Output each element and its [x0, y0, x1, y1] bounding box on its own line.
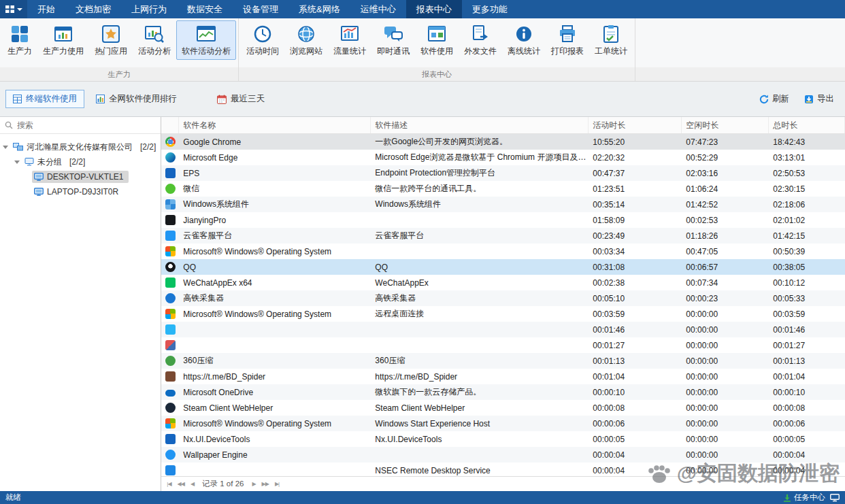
table-row[interactable]: Nx.UI.DeviceToolsNx.UI.DeviceTools00:00:…: [161, 431, 845, 447]
ribbon-button[interactable]: 外发文件: [459, 20, 502, 60]
main-menu-button[interactable]: [0, 0, 27, 18]
table-row[interactable]: Wallpaper Engine00:00:0400:00:0000:00:04: [161, 447, 845, 463]
file-send-icon: [470, 24, 491, 44]
offline-stats-icon: [514, 24, 534, 44]
table-row[interactable]: NSEC Remote Desktop Service00:00:0400:00…: [161, 463, 845, 476]
cell-idle-duration: 00:47:05: [682, 247, 769, 256]
cell-total-duration: 02:30:15: [769, 184, 845, 194]
task-center-button[interactable]: 任务中心: [783, 492, 825, 503]
tree-node-label: 未分组: [37, 156, 62, 168]
app-icon-cell: [161, 137, 179, 147]
tree-node-label: 河北瀚星辰文化传媒有限公司: [27, 141, 133, 153]
menu-item[interactable]: 上网行为: [121, 0, 177, 18]
table-row[interactable]: 高铁采集器高铁采集器00:05:1000:00:2300:05:33: [161, 290, 845, 306]
menu-item[interactable]: 更多功能: [462, 0, 518, 18]
date-filter-label: 最近三天: [231, 93, 265, 105]
cell-software-name: https://t.me/BD_Spider: [179, 372, 371, 382]
table-row[interactable]: Microsoft® Windows® Operating System远程桌面…: [161, 306, 845, 322]
export-button[interactable]: 导出: [804, 93, 834, 105]
app-icon-cell: [161, 246, 179, 256]
table-row[interactable]: Microsoft® Windows® Operating System00:0…: [161, 243, 845, 259]
prev-fast-button[interactable]: ◀◀: [178, 481, 184, 487]
tab-inactive[interactable]: 全网软件使用排行: [88, 90, 184, 108]
table-row[interactable]: 云雀客服平台云雀客服平台00:23:4901:18:2601:42:15: [161, 228, 845, 243]
ribbon-button[interactable]: 软件活动分析: [176, 20, 236, 60]
cell-active-duration: 00:00:04: [589, 450, 682, 460]
tab-active[interactable]: 终端软件使用: [5, 90, 84, 108]
ribbon-button-label: 软件使用: [420, 46, 453, 57]
tab-grid-icon: [13, 95, 22, 103]
prev-page-button[interactable]: ◀: [190, 481, 194, 487]
tree-expand-icon[interactable]: [14, 161, 20, 164]
menu-item[interactable]: 开始: [27, 0, 65, 18]
table-row[interactable]: Microsoft® Windows® Operating SystemWind…: [161, 416, 845, 431]
cell-software-name: 360压缩: [179, 355, 371, 367]
table-row[interactable]: 360压缩360压缩00:01:1300:00:0000:01:13: [161, 353, 845, 369]
menu-item[interactable]: 文档加密: [65, 0, 121, 18]
ribbon-button[interactable]: 离线统计: [502, 20, 546, 60]
ribbon-button[interactable]: 活动分析: [133, 20, 176, 60]
first-page-button[interactable]: |◀: [167, 481, 171, 487]
cell-software-desc: 云雀客服平台: [371, 230, 589, 241]
app-icon-cell: [161, 309, 179, 319]
menu-item[interactable]: 设备管理: [233, 0, 288, 18]
table-row[interactable]: QQQQ00:31:0800:06:5700:38:05: [161, 259, 845, 275]
table-row[interactable]: https://t.me/BD_Spiderhttps://t.me/BD_Sp…: [161, 369, 845, 384]
tree-expand-icon[interactable]: [3, 146, 8, 149]
cell-idle-duration: 00:07:34: [682, 278, 769, 288]
column-header[interactable]: 软件名称: [179, 117, 371, 133]
table-row[interactable]: Steam Client WebHelperSteam Client WebHe…: [161, 400, 845, 416]
ribbon-button[interactable]: 打印报表: [546, 20, 589, 60]
ribbon-button[interactable]: 热门应用: [89, 20, 133, 60]
ribbon-button[interactable]: 浏览网站: [284, 20, 328, 60]
column-header[interactable]: 总时长: [769, 117, 845, 133]
menu-item[interactable]: 数据安全: [177, 0, 233, 18]
column-header-icon: [161, 117, 179, 133]
tree-node-label: DESKTOP-VLKTLE1: [47, 172, 124, 182]
ribbon-button[interactable]: 即时通讯: [371, 20, 415, 60]
menu-item[interactable]: 运维中心: [350, 0, 406, 18]
ribbon-button-label: 即时通讯: [377, 46, 410, 57]
table-row[interactable]: WeChatAppEx x64WeChatAppEx00:02:3800:07:…: [161, 275, 845, 290]
last-page-button[interactable]: ▶|: [275, 481, 279, 487]
column-header[interactable]: 空闲时长: [682, 117, 769, 133]
menu-item[interactable]: 报表中心: [406, 0, 462, 18]
next-page-button[interactable]: ▶: [252, 481, 255, 487]
ribbon-button[interactable]: 流量统计: [328, 20, 371, 60]
app-icon-cell: [161, 356, 179, 366]
table-row[interactable]: EPSEndpoint Protection管理控制平台00:47:3702:0…: [161, 165, 845, 181]
productivity-icon: [10, 24, 30, 44]
status-bar-right: 任务中心: [783, 492, 840, 503]
tree-node[interactable]: 河北瀚星辰文化传媒有限公司[2/2]: [0, 139, 161, 154]
next-fast-button[interactable]: ▶▶: [262, 481, 269, 487]
menu-item[interactable]: 系统&网络: [288, 0, 350, 18]
table-row[interactable]: 00:01:4600:00:0000:01:46: [161, 322, 845, 337]
ribbon-button[interactable]: 生产力: [2, 20, 37, 60]
table-row[interactable]: Google Chrome一款Google公司开发的网页浏览器。10:55:20…: [161, 134, 845, 150]
table-row[interactable]: 00:01:2700:00:0000:01:27: [161, 337, 845, 353]
table-row[interactable]: Windows系统组件Windows系统组件00:35:1401:42:5202…: [161, 197, 845, 212]
tree-node[interactable]: 未分组[2/2]: [0, 154, 161, 169]
column-header[interactable]: 软件描述: [371, 117, 589, 133]
search-input[interactable]: [17, 120, 156, 130]
refresh-button[interactable]: 刷新: [759, 93, 789, 105]
ribbon-button[interactable]: 活动时间: [241, 20, 284, 60]
report-table-panel: 软件名称软件描述活动时长空闲时长总时长 Google Chrome一款Googl…: [161, 117, 845, 491]
ribbon-button[interactable]: 软件使用: [415, 20, 459, 60]
ribbon-button[interactable]: 生产力使用: [37, 20, 89, 60]
app-icon-cell: [161, 371, 179, 382]
pc-icon: [34, 188, 44, 196]
tree-node[interactable]: DESKTOP-VLKTLE1: [0, 169, 161, 184]
column-header[interactable]: 活动时长: [589, 117, 682, 133]
monitor-status-button[interactable]: [830, 494, 840, 502]
table-row[interactable]: Microsoft OneDrive微软旗下的一款云存储产品。00:00:100…: [161, 384, 845, 400]
app-icon-cell: [161, 168, 179, 178]
date-filter-button[interactable]: 最近三天: [217, 93, 265, 105]
table-row[interactable]: JianyingPro01:58:0900:02:5302:01:02: [161, 212, 845, 228]
tree-node[interactable]: LAPTOP-D9J3IT0R: [0, 184, 161, 199]
table-row[interactable]: 微信微信一款跨平台的通讯工具。01:23:5101:06:2402:30:15: [161, 181, 845, 197]
cell-active-duration: 00:03:34: [589, 247, 682, 256]
table-row[interactable]: Microsoft EdgeMicrosoft Edge浏览器是微软基于 Chr…: [161, 150, 845, 165]
ribbon-button[interactable]: 工单统计: [589, 20, 633, 60]
cell-active-duration: 00:03:59: [589, 309, 682, 319]
